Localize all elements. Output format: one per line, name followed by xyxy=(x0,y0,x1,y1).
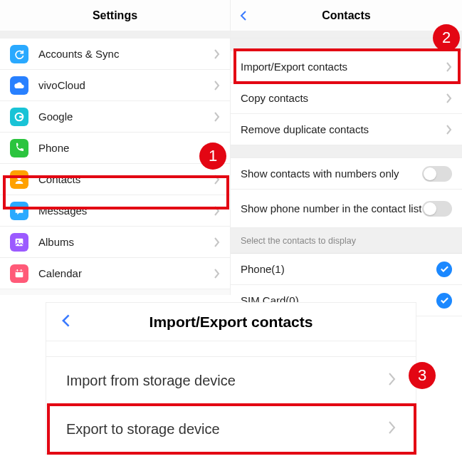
albums-icon xyxy=(10,233,28,252)
row-label: Calendar xyxy=(38,267,214,280)
toggle-off[interactable] xyxy=(422,201,452,217)
row-show-with-numbers[interactable]: Show contacts with numbers only xyxy=(231,158,462,190)
row-contacts[interactable]: Contacts xyxy=(0,164,230,195)
row-label: Show contacts with numbers only xyxy=(241,167,422,180)
row-calendar[interactable]: Calendar xyxy=(0,258,230,289)
row-label: Import/Export contacts xyxy=(241,61,446,73)
chevron-right-icon xyxy=(214,237,220,247)
row-label: Import from storage device xyxy=(66,373,389,389)
row-copy-contacts[interactable]: Copy contacts xyxy=(231,83,462,114)
contacts-icon xyxy=(10,170,28,189)
row-label: Export to storage device xyxy=(66,421,389,438)
chevron-right-icon xyxy=(389,421,396,438)
calendar-icon xyxy=(10,264,28,283)
row-import-storage[interactable]: Import from storage device xyxy=(46,357,416,405)
contacts-pane: Contacts Import/Export contacts Copy con… xyxy=(231,0,462,295)
divider xyxy=(46,341,416,357)
svg-rect-1 xyxy=(19,115,23,118)
chevron-right-icon xyxy=(214,143,220,153)
chevron-right-icon xyxy=(214,206,220,216)
import-export-title: Import/Export contacts xyxy=(149,314,313,331)
chevron-right-icon xyxy=(214,269,220,279)
svg-rect-6 xyxy=(16,270,23,272)
settings-title: Settings xyxy=(93,9,137,22)
check-icon xyxy=(436,262,452,277)
import-export-pane: Import/Export contacts Import from stora… xyxy=(0,295,462,455)
row-export-storage[interactable]: Export to storage device xyxy=(46,405,416,454)
row-label: Albums xyxy=(38,236,214,249)
row-remove-duplicates[interactable]: Remove duplicate contacts xyxy=(231,114,462,145)
chevron-right-icon xyxy=(446,62,452,72)
row-label: Accounts & Sync xyxy=(38,48,214,61)
contacts-header: Contacts xyxy=(231,0,462,31)
section-header: Select the contacts to display xyxy=(231,228,462,254)
contacts-title: Contacts xyxy=(322,9,370,22)
row-albums[interactable]: Albums xyxy=(0,227,230,258)
settings-pane: Settings Accounts & Sync vivoCloud Googl… xyxy=(0,0,231,295)
divider xyxy=(231,31,462,38)
row-google[interactable]: Google xyxy=(0,101,230,133)
import-export-header: Import/Export contacts xyxy=(46,303,416,341)
cloud-icon xyxy=(10,76,28,95)
row-messages[interactable]: Messages xyxy=(0,195,230,227)
row-label: Messages xyxy=(38,205,214,217)
back-button[interactable] xyxy=(239,11,249,21)
divider xyxy=(231,38,462,51)
row-label: Phone(1) xyxy=(241,263,436,276)
settings-header: Settings xyxy=(0,0,230,31)
back-button[interactable] xyxy=(61,314,73,330)
row-phone[interactable]: Phone xyxy=(0,133,230,164)
row-accounts-sync[interactable]: Accounts & Sync xyxy=(0,38,230,70)
chevron-right-icon xyxy=(214,112,220,122)
row-label: Remove duplicate contacts xyxy=(241,123,446,136)
row-label: Contacts xyxy=(38,173,214,186)
chevron-right-icon xyxy=(446,125,452,135)
row-label: vivoCloud xyxy=(38,79,214,92)
row-label: Copy contacts xyxy=(241,92,446,105)
sync-icon xyxy=(10,45,28,63)
svg-rect-3 xyxy=(16,238,23,246)
row-label: Google xyxy=(38,110,214,123)
row-import-export[interactable]: Import/Export contacts xyxy=(231,51,462,83)
divider xyxy=(231,145,462,158)
google-icon xyxy=(10,108,28,126)
chevron-right-icon xyxy=(446,93,452,103)
row-label: Show phone number in the contact list xyxy=(241,202,422,215)
toggle-off[interactable] xyxy=(422,166,452,182)
svg-point-2 xyxy=(17,176,21,180)
svg-point-4 xyxy=(17,239,19,242)
phone-icon xyxy=(10,139,28,157)
row-show-phone-in-list[interactable]: Show phone number in the contact list xyxy=(231,190,462,228)
row-vivocloud[interactable]: vivoCloud xyxy=(0,70,230,101)
chevron-right-icon xyxy=(389,373,396,389)
row-source-phone[interactable]: Phone(1) xyxy=(231,254,462,285)
divider xyxy=(0,31,230,38)
row-label: Phone xyxy=(38,142,214,155)
chevron-right-icon xyxy=(214,49,220,59)
chevron-right-icon xyxy=(214,175,220,185)
chevron-right-icon xyxy=(214,81,220,90)
messages-icon xyxy=(10,202,28,220)
